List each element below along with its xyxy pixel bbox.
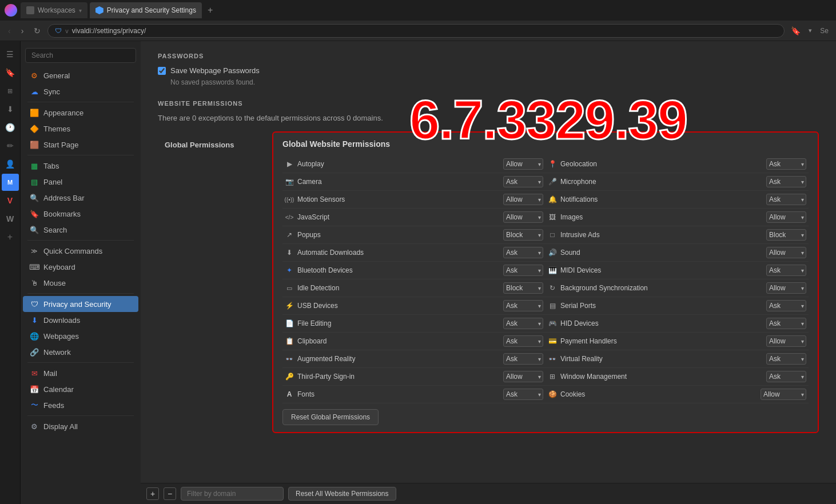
serial-select[interactable]: AllowAskBlock (766, 300, 806, 311)
sidebar-item-network[interactable]: 🔗 Network (23, 344, 138, 360)
intrusive-ads-select[interactable]: AllowAskBlock (766, 229, 806, 241)
midi-select[interactable]: AllowAskBlock (766, 265, 806, 276)
reload-button[interactable]: ↻ (30, 24, 44, 38)
popups-select[interactable]: AllowAskBlock (503, 229, 543, 241)
sidebar-item-keyboard[interactable]: ⌨ Keyboard (23, 259, 138, 275)
payment-select[interactable]: AllowAskBlock (766, 335, 806, 347)
workspaces-dropdown-icon[interactable]: ▾ (79, 7, 82, 14)
reset-all-website-permissions-button[interactable]: Reset All Website Permissions (288, 487, 396, 501)
idle-select[interactable]: AllowAskBlock (503, 282, 543, 294)
bookmark-page-button[interactable]: 🔖 (788, 24, 803, 38)
sidebar-item-general[interactable]: ⚙ General (23, 67, 138, 83)
notes-sidebar-button[interactable]: ✏ (2, 137, 19, 154)
sidebar-item-tabs[interactable]: ▦ Tabs (23, 158, 138, 174)
sidebar-item-quick-commands[interactable]: ≫ Quick Commands (23, 243, 138, 259)
downloads-sidebar-button[interactable]: ⬇ (2, 101, 19, 118)
save-passwords-checkbox[interactable] (158, 67, 166, 75)
tab-workspaces[interactable]: Workspaces ▾ (21, 2, 87, 18)
ar-label: Augmented Reality (297, 355, 500, 363)
sidebar-item-start-page-label: Start Page (43, 141, 78, 149)
perm-row-sound: 🔊 Sound AllowAskBlock (546, 244, 809, 262)
images-select[interactable]: AllowAskBlock (766, 211, 806, 223)
mail-sidebar-button[interactable]: M (2, 174, 19, 191)
add-panel-button[interactable]: + (2, 229, 19, 246)
global-permissions-panel: Global Permissions (158, 131, 272, 433)
sound-select[interactable]: AllowAskBlock (766, 247, 806, 258)
usb-select[interactable]: AllowAskBlock (503, 300, 543, 311)
passwords-title: PASSWORDS (158, 53, 819, 59)
file-editing-icon: 📄 (285, 319, 294, 328)
window-mgmt-select[interactable]: AllowAskBlock (766, 371, 806, 382)
sidebar-item-appearance[interactable]: 🟧 Appearance (23, 105, 138, 121)
vr-select[interactable]: AllowAskBlock (766, 353, 806, 365)
sidebar-item-search[interactable]: 🔍 Search (23, 222, 138, 238)
forward-button[interactable]: › (18, 24, 27, 38)
sidebar-item-bookmarks[interactable]: 🔖 Bookmarks (23, 206, 138, 222)
sidebar-item-display-all[interactable]: ⚙ Display All (23, 418, 138, 434)
bookmarks-sidebar-button[interactable]: 🔖 (2, 64, 19, 81)
domain-filter-input[interactable] (181, 487, 284, 501)
wiki-sidebar-button[interactable]: W (2, 210, 19, 227)
file-editing-select[interactable]: AllowAskBlock (503, 318, 543, 329)
idle-icon: ▭ (285, 283, 294, 293)
autoplay-select[interactable]: AllowAskBlock (503, 158, 543, 170)
clipboard-select[interactable]: AllowAskBlock (503, 335, 543, 347)
fonts-select[interactable]: AllowAskBlock (503, 389, 543, 400)
address-bar[interactable]: 🛡 v vivaldi://settings/privacy/ (47, 24, 785, 38)
tabs-sidebar-button[interactable]: ⊞ (2, 82, 19, 99)
contacts-sidebar-button[interactable]: 👤 (2, 155, 19, 173)
auto-downloads-select[interactable]: AllowAskBlock (503, 247, 543, 258)
auto-downloads-select-wrapper: AllowAskBlock (503, 247, 543, 258)
tab-privacy-security[interactable]: Privacy and Security Settings (90, 2, 202, 18)
javascript-select[interactable]: AllowAskBlock (503, 211, 543, 223)
camera-select[interactable]: AllowAskBlock (503, 176, 543, 187)
vivaldi-sidebar-button[interactable]: V (2, 192, 19, 209)
sidebar-item-feeds[interactable]: 〜 Feeds (23, 397, 138, 413)
search-bar-button[interactable]: Se (817, 25, 831, 37)
cookies-select[interactable]: AllowAskBlock (761, 389, 806, 400)
microphone-select[interactable]: AllowAskBlock (766, 176, 806, 187)
motion-select[interactable]: AllowAskBlock (503, 194, 543, 205)
sidebar-item-panel[interactable]: ▤ Panel (23, 174, 138, 190)
address-bar-icon: 🔍 (30, 193, 39, 202)
add-domain-button[interactable]: + (146, 487, 159, 500)
back-button[interactable]: ‹ (5, 24, 14, 38)
sidebar-item-privacy-security[interactable]: 🛡 Privacy and Security (23, 296, 138, 312)
sidebar-search-input[interactable] (25, 48, 136, 63)
bookmarks-icon: 🔖 (30, 209, 39, 218)
sidebar-item-address-bar[interactable]: 🔍 Address Bar (23, 190, 138, 206)
bg-sync-select[interactable]: AllowAskBlock (766, 282, 806, 294)
hid-select[interactable]: AllowAskBlock (766, 318, 806, 329)
serial-icon: ▤ (548, 301, 557, 310)
microphone-select-wrapper: AllowAskBlock (766, 176, 806, 187)
bookmarks-panel-button[interactable]: ▾ (806, 25, 815, 37)
remove-domain-button[interactable]: − (164, 487, 176, 500)
sidebar-item-mail[interactable]: ✉ Mail (23, 365, 138, 381)
bluetooth-select[interactable]: AllowAskBlock (503, 265, 543, 276)
midi-select-wrapper: AllowAskBlock (766, 265, 806, 276)
sidebar-divider-4 (27, 293, 134, 294)
history-sidebar-button[interactable]: 🕐 (2, 119, 19, 136)
save-passwords-label[interactable]: Save Webpage Passwords (170, 66, 260, 75)
perm-row-fonts: A Fonts AllowAskBlock (282, 386, 546, 403)
sidebar-item-start-page[interactable]: 🟫 Start Page (23, 137, 138, 153)
sidebar-item-themes[interactable]: 🔶 Themes (23, 121, 138, 137)
ar-select[interactable]: AllowAskBlock (503, 353, 543, 365)
panel-toggle-button[interactable]: ☰ (2, 46, 19, 63)
search-icon: 🔍 (30, 225, 39, 234)
notifications-select[interactable]: AllowAskBlock (766, 194, 806, 205)
sidebar-item-calendar[interactable]: 📅 Calendar (23, 381, 138, 397)
geolocation-select[interactable]: AllowAskBlock (766, 158, 806, 170)
panel-icon: ▤ (30, 177, 39, 186)
sidebar-item-mouse[interactable]: 🖱 Mouse (23, 275, 138, 291)
new-tab-button[interactable]: + (204, 4, 216, 17)
sidebar-item-webpages[interactable]: 🌐 Webpages (23, 328, 138, 344)
perm-row-file-editing: 📄 File Editing AllowAskBlock (282, 315, 546, 333)
third-party-signin-select[interactable]: AllowAskBlock (503, 371, 543, 382)
permissions-layout: Global Permissions Global Website Permis… (158, 131, 819, 433)
nav-sidebar: ⚙ General ☁ Sync 🟧 Appearance 🔶 Themes 🟫… (21, 41, 141, 504)
sidebar-item-sync[interactable]: ☁ Sync (23, 83, 138, 99)
website-permissions-section: WEBSITE PERMISSIONS There are 0 exceptio… (158, 100, 819, 433)
sidebar-item-downloads[interactable]: ⬇ Downloads (23, 312, 138, 328)
reset-global-permissions-button[interactable]: Reset Global Permissions (282, 409, 379, 425)
